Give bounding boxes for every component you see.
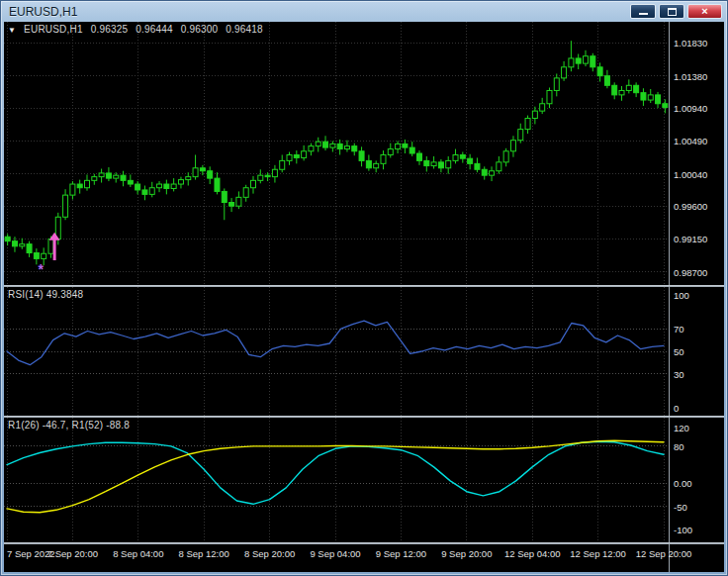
scale-label: 120 bbox=[674, 423, 689, 433]
scale-label: 1.01830 bbox=[674, 38, 707, 48]
chart-content: * 1.018301.013801.009401.004901.000400.9… bbox=[4, 22, 724, 572]
header-low: 0.96300 bbox=[181, 24, 219, 35]
ohlc-header: ▼ EURUSD,H1 0.96325 0.96444 0.96300 0.96… bbox=[8, 24, 268, 35]
restore-icon bbox=[668, 8, 677, 16]
close-button[interactable]: × bbox=[687, 4, 722, 19]
scale-label: 0.98700 bbox=[674, 267, 707, 278]
time-label: 9 Sep 20:00 bbox=[441, 548, 492, 559]
main-chart-canvas[interactable]: * bbox=[4, 22, 669, 285]
rsi-label: RSI(14) 49.3848 bbox=[8, 289, 83, 300]
rsi-canvas[interactable] bbox=[4, 287, 669, 416]
price-scale[interactable]: 1.018301.013801.009401.004901.000400.996… bbox=[669, 22, 724, 285]
header-close: 0.96418 bbox=[226, 24, 263, 35]
scale-label: 1.00490 bbox=[674, 136, 707, 146]
indicator-canvas[interactable] bbox=[4, 418, 669, 542]
header-high: 0.96444 bbox=[136, 24, 173, 35]
header-symbol: EURUSD,H1 bbox=[24, 24, 83, 35]
window-titlebar[interactable]: EURUSD,H1 × bbox=[4, 1, 724, 22]
scale-label: 30 bbox=[674, 369, 684, 380]
indicator-scale[interactable]: 120800.00-50-100 bbox=[669, 418, 724, 542]
time-labels: 7 Sep 20227 Sep 20:008 Sep 04:008 Sep 12… bbox=[4, 544, 669, 572]
scale-label: 0.99150 bbox=[674, 234, 707, 244]
scale-label: 50 bbox=[674, 346, 684, 357]
time-label: 12 Sep 04:00 bbox=[504, 548, 561, 559]
symbol-dropdown-icon[interactable]: ▼ bbox=[8, 26, 16, 35]
scale-label: 0 bbox=[674, 403, 679, 414]
time-label: 7 Sep 20:00 bbox=[47, 548, 98, 559]
time-label: 8 Sep 04:00 bbox=[113, 548, 163, 559]
indicator-label: R1(26) -46.7, R1(52) -88.8 bbox=[8, 420, 130, 431]
scale-label: 1.01380 bbox=[674, 71, 707, 82]
header-open: 0.96325 bbox=[91, 24, 129, 35]
minimize-button[interactable] bbox=[630, 4, 656, 19]
time-label: 12 Sep 20:00 bbox=[636, 548, 692, 559]
time-label: 8 Sep 20:00 bbox=[244, 548, 295, 559]
indicator-pane: 120800.00-50-100 R1(26) -46.7, R1(52) -8… bbox=[4, 418, 724, 542]
close-icon: × bbox=[701, 6, 707, 17]
restore-button[interactable] bbox=[659, 4, 684, 19]
scale-label: 100 bbox=[674, 290, 689, 301]
time-label: 9 Sep 12:00 bbox=[376, 548, 426, 559]
scale-label: 0.00 bbox=[674, 478, 692, 489]
scale-label: -100 bbox=[674, 525, 692, 535]
scale-label: -50 bbox=[674, 502, 687, 513]
scale-label: 80 bbox=[674, 441, 684, 452]
scale-label: 1.00940 bbox=[674, 103, 707, 114]
time-label: 9 Sep 04:00 bbox=[310, 548, 360, 559]
signal-star-icon: * bbox=[39, 261, 45, 277]
mt4-chart-window: EURUSD,H1 × * 1.018301.013801.009401.004… bbox=[0, 0, 728, 576]
time-label: 8 Sep 12:00 bbox=[179, 548, 229, 559]
rsi-scale[interactable]: 1007050300 bbox=[669, 287, 724, 416]
scale-label: 0.99600 bbox=[674, 201, 707, 212]
window-title: EURUSD,H1 bbox=[4, 5, 630, 19]
minimize-icon bbox=[639, 13, 648, 15]
time-label: 12 Sep 12:00 bbox=[570, 548, 626, 559]
time-axis[interactable]: 7 Sep 20227 Sep 20:008 Sep 04:008 Sep 12… bbox=[4, 544, 724, 572]
main-chart-pane: * 1.018301.013801.009401.004901.000400.9… bbox=[4, 22, 724, 285]
scale-label: 1.00040 bbox=[674, 169, 707, 180]
rsi-pane: 1007050300 RSI(14) 49.3848 bbox=[4, 287, 724, 416]
scale-label: 70 bbox=[674, 324, 684, 335]
window-controls: × bbox=[630, 4, 724, 19]
